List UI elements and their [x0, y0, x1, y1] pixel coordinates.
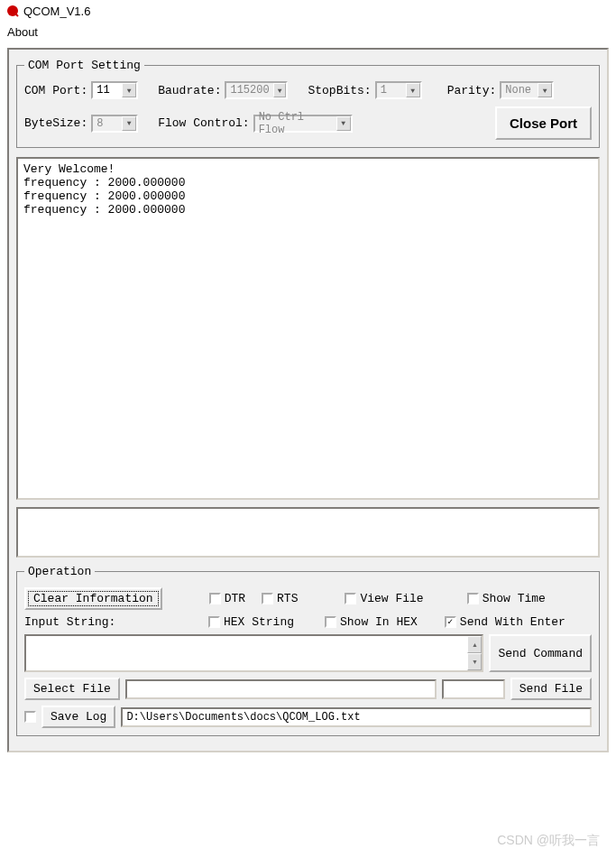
title-bar: QCOM_V1.6: [0, 0, 616, 22]
file-path-2-field[interactable]: [442, 679, 505, 699]
baudrate-select[interactable]: 115200 ▼: [225, 81, 288, 99]
clear-information-button[interactable]: Clear Information: [24, 587, 162, 610]
checkbox-checked-icon: ✓: [445, 616, 456, 628]
dtr-checkbox[interactable]: DTR: [209, 592, 245, 605]
close-port-button[interactable]: Close Port: [495, 106, 592, 140]
com-port-label: COM Port:: [24, 84, 87, 97]
hex-string-checkbox[interactable]: HEX String: [208, 615, 294, 629]
input-spinner[interactable]: ▲ ▼: [467, 636, 482, 670]
chevron-down-icon: ▼: [406, 83, 420, 97]
operation-legend: Operation: [24, 565, 95, 578]
save-log-checkbox[interactable]: [24, 711, 36, 723]
bytesize-label: ByteSize:: [24, 116, 87, 130]
operation-group: Operation Clear Information DTR RTS View…: [16, 565, 600, 736]
select-file-button[interactable]: Select File: [24, 678, 120, 700]
checkbox-icon: [24, 711, 36, 723]
chevron-down-icon: ▼: [122, 83, 136, 97]
stopbits-label: StopBits:: [308, 84, 371, 97]
checkbox-icon: [209, 593, 221, 604]
com-port-setting-group: COM Port Setting COM Port: 11 ▼ Baudrate…: [16, 59, 600, 148]
checkbox-icon: [467, 593, 479, 604]
input-string-field[interactable]: ▲ ▼: [24, 634, 483, 672]
chevron-down-icon: ▼: [467, 653, 482, 670]
show-time-checkbox[interactable]: Show Time: [467, 592, 546, 605]
rts-checkbox[interactable]: RTS: [262, 592, 298, 605]
menu-about[interactable]: About: [7, 25, 38, 39]
status-box: [16, 507, 600, 558]
menu-bar: About: [0, 22, 616, 44]
checkbox-icon: [345, 593, 356, 604]
parity-label: Parity:: [447, 84, 497, 97]
log-path-field[interactable]: D:\Users\Documents\docs\QCOM_LOG.txt: [121, 707, 592, 727]
bytesize-select[interactable]: 8 ▼: [91, 115, 138, 133]
console-output[interactable]: Very Welcome! frequency : 2000.000000 fr…: [16, 157, 600, 500]
com-port-legend: COM Port Setting: [24, 59, 144, 72]
checkbox-icon: [262, 593, 273, 604]
com-port-select[interactable]: 11 ▼: [91, 81, 138, 99]
chevron-down-icon: ▼: [538, 83, 552, 97]
parity-select[interactable]: None ▼: [500, 81, 554, 99]
show-in-hex-checkbox[interactable]: Show In HEX: [325, 615, 418, 629]
window-title: QCOM_V1.6: [23, 5, 90, 18]
checkbox-icon: [325, 616, 336, 628]
view-file-checkbox[interactable]: View File: [345, 592, 423, 605]
send-file-button[interactable]: Send File: [510, 678, 592, 700]
chevron-down-icon: ▼: [273, 83, 287, 97]
flow-control-select[interactable]: No Ctrl Flow ▼: [253, 115, 353, 133]
app-icon: [5, 4, 20, 18]
input-string-label: Input String:: [24, 615, 115, 629]
checkbox-icon: [208, 616, 220, 628]
save-log-button[interactable]: Save Log: [41, 706, 115, 728]
file-path-1-field[interactable]: [125, 679, 437, 699]
chevron-down-icon: ▼: [336, 116, 351, 131]
chevron-down-icon: ▼: [122, 116, 136, 131]
main-panel: COM Port Setting COM Port: 11 ▼ Baudrate…: [7, 48, 609, 752]
send-command-button[interactable]: Send Command: [489, 634, 592, 672]
flow-control-label: Flow Control:: [158, 116, 249, 130]
chevron-up-icon: ▲: [467, 636, 482, 653]
send-with-enter-checkbox[interactable]: ✓ Send With Enter: [445, 615, 565, 629]
stopbits-select[interactable]: 1 ▼: [375, 81, 422, 99]
baudrate-label: Baudrate:: [158, 84, 221, 97]
